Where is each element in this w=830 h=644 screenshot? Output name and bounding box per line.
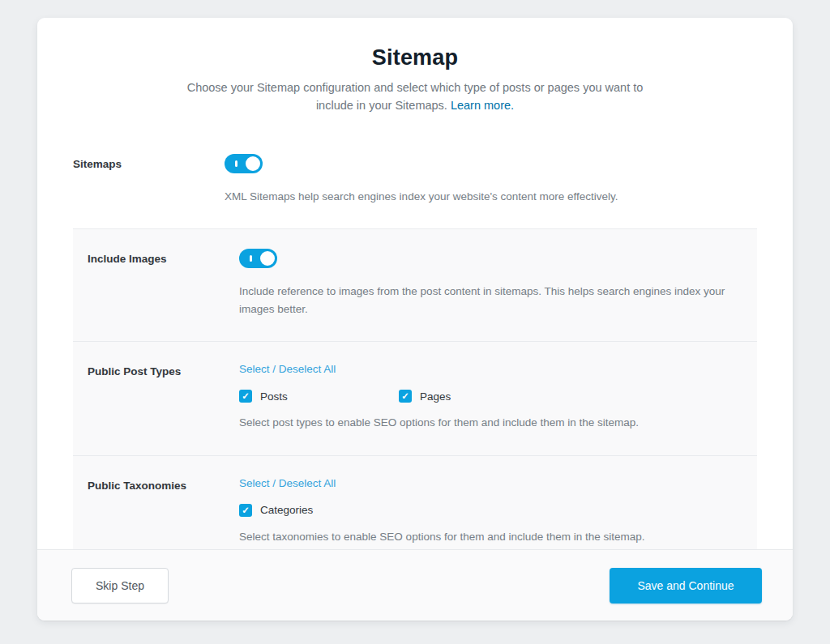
checkmark-icon: ✓ (399, 390, 412, 403)
public-taxonomies-description: Select taxonomies to enable SEO options … (239, 528, 742, 546)
step-header: Sitemap Choose your Sitemap configuratio… (37, 18, 793, 115)
save-and-continue-button[interactable]: Save and Continue (610, 568, 762, 603)
checkbox-categories[interactable]: ✓ Categories (239, 504, 399, 517)
sitemaps-description: XML Sitemaps help search engines index y… (225, 188, 731, 206)
wizard-footer: Skip Step Save and Continue (37, 549, 793, 621)
checkmark-icon: ✓ (239, 390, 252, 403)
subtitle-line-2: include in your Sitemaps. (316, 99, 447, 112)
row-sitemaps: Sitemaps XML Sitemaps help search engine… (73, 134, 757, 229)
subtitle-line-1: Choose your Sitemap configuration and se… (187, 81, 644, 94)
checkbox-posts-label: Posts (260, 390, 288, 403)
checkbox-posts[interactable]: ✓ Posts (239, 390, 399, 403)
learn-more-link[interactable]: Learn more. (451, 99, 514, 112)
include-images-description: Include reference to images from the pos… (239, 283, 742, 318)
skip-step-button[interactable]: Skip Step (71, 568, 169, 603)
sitemap-settings-form: Sitemaps XML Sitemaps help search engine… (73, 134, 757, 569)
checkbox-pages[interactable]: ✓ Pages (399, 390, 558, 403)
public-post-types-description: Select post types to enable SEO options … (239, 414, 742, 432)
include-images-label: Include Images (88, 249, 239, 265)
page-title: Sitemap (37, 45, 793, 70)
toggle-knob (246, 156, 260, 171)
checkbox-categories-label: Categories (260, 504, 313, 516)
taxonomies-select-deselect-all-link[interactable]: Select / Deselect All (239, 476, 336, 489)
setup-wizard-card: Sitemap Choose your Sitemap configuratio… (37, 18, 793, 621)
row-public-post-types: Public Post Types Select / Deselect All … (73, 341, 757, 455)
post-types-select-deselect-all-link[interactable]: Select / Deselect All (239, 361, 336, 375)
sitemaps-label: Sitemaps (73, 154, 225, 170)
row-include-images: Include Images Include reference to imag… (73, 228, 757, 341)
checkmark-icon: ✓ (239, 504, 252, 517)
public-post-types-label: Public Post Types (88, 361, 239, 377)
sitemaps-toggle[interactable] (225, 154, 263, 173)
toggle-on-icon (235, 160, 237, 167)
checkbox-pages-label: Pages (420, 390, 451, 403)
page-subtitle: Choose your Sitemap configuration and se… (156, 79, 674, 115)
include-images-toggle[interactable] (239, 249, 277, 268)
toggle-on-icon (250, 255, 252, 262)
toggle-knob (260, 251, 275, 266)
public-taxonomies-label: Public Taxonomies (88, 476, 239, 492)
